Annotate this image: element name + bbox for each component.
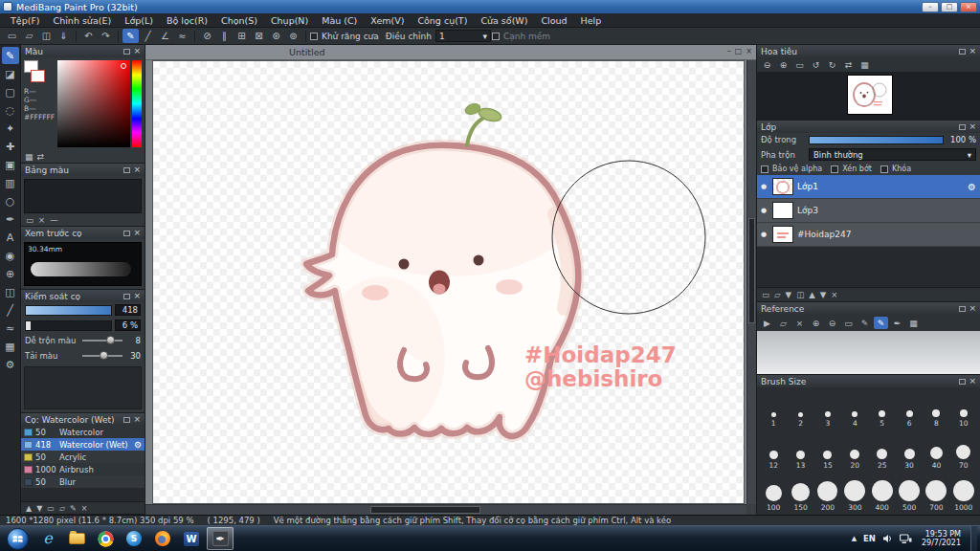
- ref-arrow-icon[interactable]: ▶: [760, 317, 774, 329]
- close-icon[interactable]: ×: [133, 165, 141, 174]
- canvas-viewport[interactable]: #Hoidap247 @hebishiro: [145, 60, 746, 504]
- palette-menu-icon[interactable]: —: [50, 215, 58, 225]
- brush-size-cell[interactable]: 6: [896, 388, 923, 430]
- vertical-scrollbar[interactable]: [746, 60, 756, 504]
- gradient-tool[interactable]: ▥: [2, 174, 19, 191]
- curve-tool[interactable]: ≈: [2, 320, 19, 337]
- popout-icon[interactable]: [123, 49, 130, 55]
- mix-slider[interactable]: [82, 335, 122, 346]
- speaker-icon[interactable]: [882, 534, 893, 543]
- snap-parallel-icon[interactable]: ∥: [216, 29, 233, 43]
- popout-icon[interactable]: [123, 167, 130, 173]
- blur-tool[interactable]: ○: [2, 192, 19, 209]
- popout-icon[interactable]: [959, 306, 966, 312]
- messenger-button[interactable]: S: [121, 527, 147, 550]
- layer-row[interactable]: ● Lớp3: [757, 199, 980, 223]
- horizontal-scrollbar[interactable]: [145, 504, 746, 515]
- color-swatches[interactable]: [24, 60, 51, 85]
- file-explorer-button[interactable]: [63, 527, 90, 550]
- word-button[interactable]: W: [178, 527, 205, 550]
- snap-vanish-icon[interactable]: ⊠: [251, 29, 267, 43]
- menu-item[interactable]: Màu (C): [315, 15, 364, 26]
- doc-restore-icon[interactable]: □: [735, 47, 743, 55]
- maximize-button[interactable]: □: [941, 2, 958, 12]
- document-tab[interactable]: Untitled: [289, 47, 325, 57]
- redo-icon[interactable]: ↷: [98, 29, 114, 43]
- snap-off-icon[interactable]: ⊘: [199, 29, 215, 43]
- magic-wand-tool[interactable]: ✦: [2, 120, 19, 137]
- brush-size-cell[interactable]: 30: [896, 430, 923, 473]
- hand-tool[interactable]: ◉: [2, 247, 19, 264]
- saturation-value-picker[interactable]: [57, 60, 130, 147]
- protect-alpha-checkbox[interactable]: [761, 165, 768, 173]
- medibang-button[interactable]: ✒: [207, 527, 234, 550]
- move-tool[interactable]: ✚: [2, 138, 19, 155]
- chrome-button[interactable]: [92, 527, 119, 550]
- brush-size-cell[interactable]: 5: [869, 388, 896, 430]
- curve-mode-icon[interactable]: ≈: [174, 29, 190, 43]
- language-indicator[interactable]: EN: [863, 534, 876, 543]
- layer-row[interactable]: ● #Hoidap247: [757, 223, 980, 247]
- popout-icon[interactable]: [123, 231, 130, 236]
- firefox-button[interactable]: [149, 527, 176, 550]
- menu-item[interactable]: Help: [574, 15, 609, 26]
- network-icon[interactable]: [900, 534, 912, 544]
- brush-list-item[interactable]: 50 Blur: [21, 475, 145, 488]
- brush-opacity-slider[interactable]: [25, 320, 112, 331]
- duplicate-layer-icon[interactable]: ▱: [774, 290, 781, 299]
- popout-icon[interactable]: [959, 379, 966, 385]
- close-button[interactable]: ×: [960, 2, 977, 12]
- brush-size-cell[interactable]: 1: [760, 388, 787, 430]
- ref-zoom-in-icon[interactable]: ⊕: [809, 317, 823, 329]
- horizontal-scroll-thumb[interactable]: [370, 506, 480, 514]
- brush-size-cell[interactable]: 15: [814, 430, 841, 473]
- lock-checkbox[interactable]: [880, 165, 888, 173]
- layer-folder-icon[interactable]: ◫: [796, 290, 804, 299]
- snap-cross-icon[interactable]: ⊞: [234, 29, 250, 43]
- menu-item[interactable]: Chọn(S): [214, 15, 264, 26]
- brush-size-cell[interactable]: 4: [841, 388, 868, 430]
- zoom-tool[interactable]: ⊕: [2, 265, 19, 282]
- close-icon[interactable]: ×: [969, 47, 976, 55]
- brush-list-item[interactable]: 50 Acrylic: [21, 451, 145, 463]
- correction-dropdown[interactable]: 1 ▾: [435, 30, 491, 42]
- open-file-icon[interactable]: ▱: [21, 29, 37, 43]
- text-tool[interactable]: A: [2, 229, 19, 246]
- close-icon[interactable]: ×: [969, 304, 976, 313]
- line-mode-icon[interactable]: ╱: [140, 29, 156, 43]
- nav-rotate-left-icon[interactable]: ↺: [809, 58, 823, 71]
- line-tool[interactable]: ╱: [2, 301, 19, 319]
- brush-size-cell[interactable]: 25: [869, 430, 896, 473]
- brush-list-item[interactable]: 1000 Airbrush: [21, 463, 145, 475]
- close-icon[interactable]: ×: [133, 47, 141, 55]
- brush-size-slider[interactable]: [25, 305, 112, 316]
- layer-visibility-icon[interactable]: ●: [761, 183, 768, 190]
- nav-grid-icon[interactable]: ▦: [858, 58, 872, 71]
- brush-down-icon[interactable]: ▼: [36, 504, 42, 513]
- ref-grid-icon[interactable]: ▦: [906, 317, 921, 329]
- start-button[interactable]: [7, 528, 29, 550]
- tray-expand-icon[interactable]: ▲: [852, 535, 857, 542]
- menu-item[interactable]: Bộ lọc(R): [160, 15, 214, 26]
- load-slider[interactable]: [82, 350, 122, 362]
- brush-size-cell[interactable]: 12: [760, 430, 787, 473]
- ref-fit-icon[interactable]: ▭: [841, 317, 856, 329]
- menu-item[interactable]: Cloud: [534, 15, 573, 26]
- ref-zoom-out-icon[interactable]: ⊖: [825, 317, 839, 329]
- ref-open-icon[interactable]: ▱: [776, 317, 791, 329]
- settings-tool[interactable]: ⚙: [2, 356, 19, 373]
- delete-layer-icon[interactable]: ×: [831, 290, 837, 299]
- swap-colors-icon[interactable]: ⇄: [37, 152, 45, 162]
- layer-up-icon[interactable]: ▲: [809, 290, 815, 299]
- menu-item[interactable]: Công cụ(T): [411, 15, 474, 26]
- reference-view[interactable]: [757, 331, 980, 374]
- layer-visibility-icon[interactable]: ●: [761, 207, 768, 214]
- brush-list-item-selected[interactable]: 418 Watercolor (Wet) ⚙: [21, 438, 145, 451]
- canvas-sheet[interactable]: #Hoidap247 @hebishiro: [153, 61, 744, 503]
- hue-strip[interactable]: [132, 60, 142, 147]
- divide-tool[interactable]: ◫: [2, 283, 19, 300]
- brush-size-cell[interactable]: 2: [787, 388, 813, 430]
- broken-line-icon[interactable]: ∠: [157, 29, 173, 43]
- menu-item[interactable]: Chỉnh sửa(E): [47, 15, 119, 26]
- undo-icon[interactable]: ↶: [80, 29, 97, 43]
